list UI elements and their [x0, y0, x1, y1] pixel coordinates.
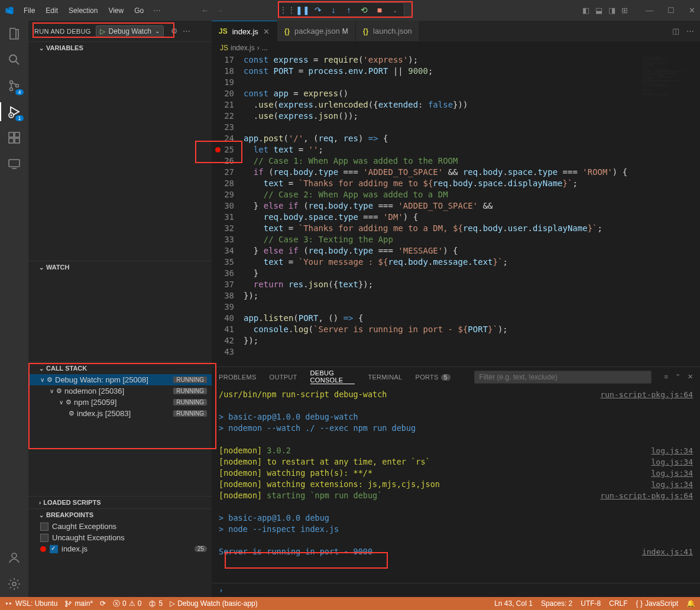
panel-settings-icon[interactable]: ≡ — [665, 373, 668, 381]
debug-console-output[interactable]: run-script-pkg.js:64/usr/bin/npm run-scr… — [212, 387, 700, 583]
source-link[interactable]: log.js:34 — [652, 468, 693, 479]
more-tabs-icon[interactable]: ⋯ — [686, 27, 694, 35]
sync-status[interactable]: ⟳ — [100, 599, 106, 608]
code-line[interactable]: const express = require('express'); — [244, 54, 641, 66]
restart-icon[interactable]: ⟲ — [359, 5, 370, 15]
code-line[interactable]: const app = express() — [244, 88, 641, 99]
menu-view[interactable]: View — [103, 4, 128, 17]
code-line[interactable] — [244, 77, 641, 88]
settings-gear-icon[interactable] — [6, 576, 22, 592]
code-line[interactable]: text = `Thanks for adding me to ${req.bo… — [244, 178, 641, 189]
close-tab-icon[interactable]: ✕ — [263, 27, 270, 36]
gutter-line[interactable]: 37 — [212, 279, 234, 290]
line-gutter[interactable]: 1718192021222324252627282930313233343536… — [212, 54, 244, 366]
nav-back-icon[interactable]: ← — [201, 6, 209, 15]
code-line[interactable]: } else if (req.body.type === 'MESSAGE') … — [244, 245, 641, 257]
extensions-icon[interactable] — [6, 129, 22, 146]
gutter-line[interactable]: 35 — [212, 257, 234, 268]
menu-file[interactable]: File — [19, 4, 40, 17]
gutter-line[interactable]: 38 — [212, 290, 234, 301]
callstack-item[interactable]: ∨⚙Debug Watch: npm [25008]RUNNING — [28, 374, 212, 385]
layout-grid-icon[interactable]: ⊞ — [621, 6, 628, 15]
code-line[interactable]: return res.json({text}); — [244, 279, 641, 290]
more-icon[interactable]: ⋯ — [183, 27, 190, 35]
code-line[interactable]: // Case 1: When App was added to the ROO… — [244, 155, 641, 167]
breadcrumb[interactable]: JS index.js › ... — [212, 41, 700, 54]
errors-status[interactable]: ⓧ 0 ⚠ 0 — [113, 599, 141, 609]
split-editor-icon[interactable]: ◫ — [672, 27, 679, 35]
gutter-line[interactable]: 29 — [212, 189, 234, 200]
gutter-line[interactable]: 30 — [212, 200, 234, 212]
indent-status[interactable]: Spaces: 2 — [541, 599, 572, 608]
step-over-icon[interactable]: ↷ — [313, 5, 323, 15]
gutter-line[interactable]: 31 — [212, 212, 234, 223]
source-link[interactable]: log.js:34 — [652, 456, 693, 468]
code-line[interactable] — [244, 301, 641, 313]
gutter-line[interactable]: 20 — [212, 88, 234, 99]
panel-tab-ports[interactable]: PORTS5 — [416, 374, 451, 381]
breakpoint-dot-icon[interactable] — [215, 147, 221, 152]
code-line[interactable] — [244, 122, 641, 133]
code-line[interactable]: if (req.body.type === 'ADDED_TO_SPACE' &… — [244, 167, 641, 178]
code-line[interactable]: } else if (req.body.type === 'ADDED_TO_S… — [244, 200, 641, 212]
console-input[interactable]: › — [212, 583, 700, 597]
code-line[interactable]: } — [244, 268, 641, 279]
gutter-line[interactable]: 40 — [212, 313, 234, 324]
pause-icon[interactable]: ❚❚ — [297, 5, 308, 15]
code-line[interactable]: // Case 3: Texting the App — [244, 234, 641, 245]
checkbox-checked-icon[interactable] — [50, 545, 58, 553]
menu-overflow-icon[interactable]: ⋯ — [148, 4, 166, 17]
tab-launch-json[interactable]: {}launch.json — [356, 21, 420, 41]
variables-header[interactable]: ⌄VARIABLES — [28, 42, 212, 54]
step-out-icon[interactable]: ↑ — [343, 5, 354, 15]
menu-selection[interactable]: Selection — [64, 4, 102, 17]
code-line[interactable]: app.listen(PORT, () => { — [244, 313, 641, 324]
code-line[interactable]: }); — [244, 335, 641, 346]
stop-icon[interactable]: ■ — [374, 5, 385, 15]
accounts-icon[interactable] — [6, 550, 22, 566]
gutter-line[interactable]: 19 — [212, 77, 234, 88]
explorer-icon[interactable] — [6, 25, 22, 42]
checkbox-icon[interactable] — [40, 523, 48, 531]
tab-package-json[interactable]: {}package.jsonM — [277, 21, 356, 41]
code-line[interactable]: console.log(`Server is running in port -… — [244, 324, 641, 335]
gutter-line[interactable]: 18 — [212, 66, 234, 77]
gutter-line[interactable]: 24 — [212, 133, 234, 144]
callstack-item[interactable]: ⚙index.js [25083]RUNNING — [28, 408, 212, 419]
gutter-line[interactable]: 26 — [212, 155, 234, 167]
remote-explorer-icon[interactable] — [6, 155, 22, 172]
code-line[interactable] — [244, 346, 641, 358]
encoding-status[interactable]: UTF-8 — [581, 599, 601, 608]
debug-config-selector[interactable]: ▷ Debug Watch ⌄ — [96, 25, 164, 37]
loaded-scripts-header[interactable]: ›LOADED SCRIPTS — [28, 497, 212, 508]
source-link[interactable]: log.js:34 — [652, 479, 693, 490]
run-debug-icon[interactable]: 1 — [6, 103, 22, 120]
code-line[interactable]: app.post('/', (req, res) => { — [244, 133, 641, 144]
bp-uncaught[interactable]: Uncaught Exceptions — [28, 532, 212, 543]
gutter-line[interactable]: 27 — [212, 167, 234, 178]
gutter-line[interactable]: 33 — [212, 234, 234, 245]
code-line[interactable]: text = `Your message : ${req.body.messag… — [244, 257, 641, 268]
gutter-line[interactable]: 32 — [212, 223, 234, 234]
source-link[interactable]: run-script-pkg.js:64 — [600, 389, 693, 400]
gutter-line[interactable]: 22 — [212, 111, 234, 122]
source-control-icon[interactable]: 4 — [6, 77, 22, 94]
gutter-line[interactable]: 36 — [212, 268, 234, 279]
panel-tab-output[interactable]: OUTPUT — [270, 374, 297, 381]
watch-header[interactable]: ⌄WATCH — [28, 261, 212, 273]
menu-edit[interactable]: Edit — [41, 4, 63, 17]
panel-close-icon[interactable]: ✕ — [688, 373, 693, 381]
panel-tab-problems[interactable]: PROBLEMS — [219, 374, 257, 381]
search-icon[interactable] — [6, 51, 22, 68]
layout-left-icon[interactable]: ◧ — [582, 6, 589, 15]
code-line[interactable]: }); — [244, 290, 641, 301]
nav-forward-icon[interactable]: → — [216, 6, 223, 15]
gutter-line[interactable]: 23 — [212, 122, 234, 133]
menu-go[interactable]: Go — [129, 4, 148, 17]
gear-icon[interactable]: ⚙ — [171, 27, 178, 35]
debug-status[interactable]: ▷ Debug Watch (basic-app) — [170, 599, 258, 608]
gutter-line[interactable]: 39 — [212, 301, 234, 313]
code-line[interactable]: text = `Thanks for adding me to a DM, ${… — [244, 223, 641, 234]
callstack-header[interactable]: ⌄CALL STACK — [28, 362, 212, 374]
callstack-item[interactable]: ∨⚙npm [25059]RUNNING — [28, 397, 212, 408]
